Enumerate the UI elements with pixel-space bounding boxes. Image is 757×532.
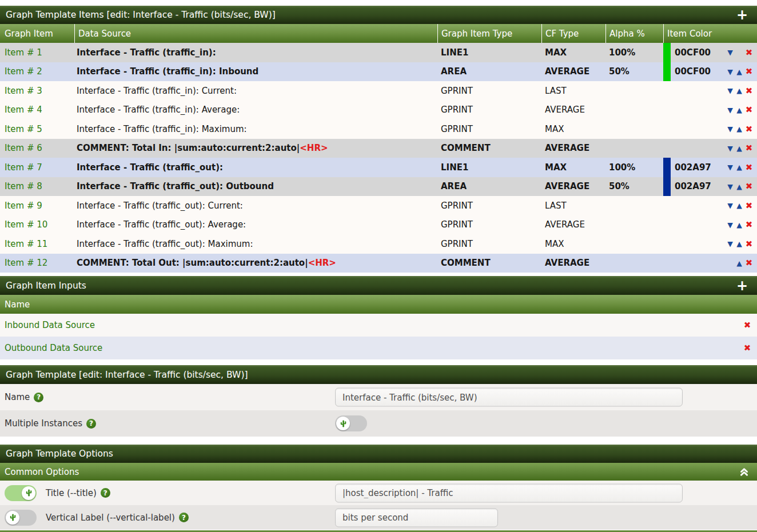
- graph-item-row[interactable]: Item # 10 Interface - Traffic (traffic_o…: [0, 215, 757, 235]
- vertical-label-input[interactable]: [335, 508, 498, 527]
- graph-item-type: GPRINT: [437, 239, 541, 249]
- graph-item-number-link[interactable]: Item # 6: [0, 143, 74, 153]
- help-icon[interactable]: ?: [101, 488, 110, 498]
- delete-icon[interactable]: ✖: [744, 143, 754, 153]
- delete-icon[interactable]: ✖: [744, 258, 754, 268]
- title-option-toggle[interactable]: [5, 485, 37, 501]
- move-up-icon[interactable]: ▲: [735, 125, 744, 133]
- graph-item-row[interactable]: Item # 6 COMMENT: Total In: |sum:auto:cu…: [0, 139, 757, 158]
- delete-icon[interactable]: ✖: [744, 124, 754, 134]
- graph-item-row[interactable]: Item # 1 Interface - Traffic (traffic_in…: [0, 43, 757, 62]
- graph-item-number-link[interactable]: Item # 1: [0, 47, 74, 58]
- move-down-icon[interactable]: ▼: [726, 144, 735, 153]
- delete-icon[interactable]: ✖: [744, 66, 754, 77]
- data-source-link[interactable]: Interface - Traffic (traffic_out): Outbo…: [74, 181, 437, 191]
- data-source-link[interactable]: Interface - Traffic (traffic_out):: [74, 162, 437, 173]
- move-up-icon[interactable]: ▲: [735, 86, 744, 95]
- graph-item-number-link[interactable]: Item # 11: [0, 239, 74, 249]
- help-icon[interactable]: ?: [179, 513, 189, 522]
- graph-item-row[interactable]: Item # 7 Interface - Traffic (traffic_ou…: [0, 158, 757, 177]
- column-graph-item-type: Graph Item Type: [437, 24, 541, 43]
- graph-item-row[interactable]: Item # 8 Interface - Traffic (traffic_ou…: [0, 177, 757, 197]
- delete-icon[interactable]: ✖: [744, 86, 754, 96]
- hr-tag-text: <HR>: [300, 143, 328, 153]
- vertical-label-toggle[interactable]: [5, 510, 37, 526]
- data-source-link[interactable]: Interface - Traffic (traffic_out): Curre…: [74, 201, 437, 211]
- delete-icon[interactable]: ✖: [744, 219, 754, 230]
- move-down-icon[interactable]: ▼: [726, 106, 735, 114]
- move-down-icon[interactable]: ▼: [726, 221, 735, 229]
- move-down-icon[interactable]: ▼: [726, 201, 735, 210]
- graph-item-row[interactable]: Item # 3 Interface - Traffic (traffic_in…: [0, 81, 757, 101]
- graph-item-number-link[interactable]: Item # 10: [0, 219, 74, 230]
- delete-icon[interactable]: ✖: [744, 201, 754, 211]
- delete-icon[interactable]: ✖: [744, 105, 754, 115]
- data-source-link[interactable]: Interface - Traffic (traffic_in): Inboun…: [74, 66, 437, 77]
- graph-item-number-link[interactable]: Item # 4: [0, 105, 74, 115]
- data-source-link[interactable]: Interface - Traffic (traffic_in): Curren…: [74, 86, 437, 96]
- move-down-icon[interactable]: ▼: [726, 239, 735, 248]
- add-graph-item-button[interactable]: +: [736, 8, 748, 22]
- delete-icon[interactable]: ✖: [744, 239, 754, 249]
- help-icon[interactable]: ?: [86, 419, 96, 429]
- data-source-link[interactable]: Interface - Traffic (traffic_in): Averag…: [74, 105, 437, 115]
- graph-item-input-row[interactable]: Inbound Data Source ✖: [0, 314, 757, 337]
- add-graph-item-input-button[interactable]: +: [736, 278, 748, 292]
- graph-item-row[interactable]: Item # 11 Interface - Traffic (traffic_o…: [0, 234, 757, 254]
- input-name-link[interactable]: Inbound Data Source: [5, 320, 95, 330]
- move-up-icon[interactable]: ▲: [735, 201, 744, 210]
- graph-item-row[interactable]: Item # 4 Interface - Traffic (traffic_in…: [0, 101, 757, 120]
- move-up-icon[interactable]: ▲: [735, 106, 744, 114]
- data-source-link[interactable]: Interface - Traffic (traffic_in): Maximu…: [74, 124, 437, 134]
- delete-icon[interactable]: ✖: [742, 343, 752, 353]
- collapse-icon[interactable]: [739, 467, 749, 477]
- alpha-percent: 100%: [605, 47, 663, 58]
- data-source-link[interactable]: Interface - Traffic (traffic_out): Avera…: [74, 219, 437, 230]
- move-down-icon[interactable]: ▼: [726, 48, 735, 57]
- graph-item-number-link[interactable]: Item # 8: [0, 181, 74, 191]
- graph-item-row[interactable]: Item # 2 Interface - Traffic (traffic_in…: [0, 62, 757, 82]
- delete-icon[interactable]: ✖: [744, 181, 754, 191]
- graph-item-row[interactable]: Item # 12 COMMENT: Total Out: |sum:auto:…: [0, 254, 757, 273]
- delete-icon[interactable]: ✖: [742, 320, 752, 330]
- graph-item-number-link[interactable]: Item # 3: [0, 86, 74, 96]
- graph-item-row[interactable]: Item # 9 Interface - Traffic (traffic_ou…: [0, 196, 757, 215]
- alpha-percent: 50%: [605, 181, 663, 191]
- graph-template-options-header: Graph Template Options: [0, 445, 757, 463]
- data-source-link[interactable]: COMMENT: Total Out: |sum:auto:current:2:…: [74, 258, 437, 268]
- column-alpha: Alpha %: [605, 24, 663, 43]
- input-name-link[interactable]: Outbound Data Source: [5, 343, 102, 353]
- graph-item-row[interactable]: Item # 5 Interface - Traffic (traffic_in…: [0, 119, 757, 139]
- cf-type: LAST: [541, 86, 605, 96]
- move-up-icon[interactable]: ▲: [735, 221, 744, 229]
- graph-item-number-link[interactable]: Item # 7: [0, 162, 74, 173]
- move-down-icon[interactable]: ▼: [726, 163, 735, 171]
- multiple-instances-toggle[interactable]: [335, 415, 367, 431]
- move-up-icon[interactable]: ▲: [735, 67, 744, 76]
- graph-item-number-link[interactable]: Item # 2: [0, 66, 74, 77]
- delete-icon[interactable]: ✖: [744, 47, 754, 58]
- move-down-icon[interactable]: ▼: [726, 86, 735, 95]
- graph-item-input-row[interactable]: Outbound Data Source ✖: [0, 337, 757, 359]
- data-source-link[interactable]: Interface - Traffic (traffic_out): Maxim…: [74, 239, 437, 249]
- name-input[interactable]: [335, 388, 683, 407]
- graph-item-number-link[interactable]: Item # 9: [0, 201, 74, 211]
- move-down-icon[interactable]: ▼: [726, 125, 735, 133]
- move-down-icon[interactable]: ▼: [726, 67, 735, 76]
- move-up-icon[interactable]: ▲: [735, 163, 744, 171]
- delete-icon[interactable]: ✖: [744, 162, 754, 173]
- graph-title-input[interactable]: [335, 483, 683, 502]
- graph-item-number-link[interactable]: Item # 5: [0, 124, 74, 134]
- move-up-icon[interactable]: ▲: [735, 259, 744, 267]
- data-source-link[interactable]: Interface - Traffic (traffic_in):: [74, 47, 437, 58]
- cf-type: AVERAGE: [541, 258, 605, 268]
- graph-item-number-link[interactable]: Item # 12: [0, 258, 74, 268]
- move-up-icon[interactable]: ▲: [735, 144, 744, 153]
- move-up-icon[interactable]: ▲: [735, 239, 744, 248]
- item-color-hex: 002A97: [675, 181, 711, 191]
- move-down-icon[interactable]: ▼: [726, 182, 735, 191]
- spacer: [675, 196, 726, 215]
- data-source-link[interactable]: COMMENT: Total In: |sum:auto:current:2:a…: [74, 143, 437, 153]
- move-up-icon[interactable]: ▲: [735, 182, 744, 191]
- help-icon[interactable]: ?: [34, 393, 43, 402]
